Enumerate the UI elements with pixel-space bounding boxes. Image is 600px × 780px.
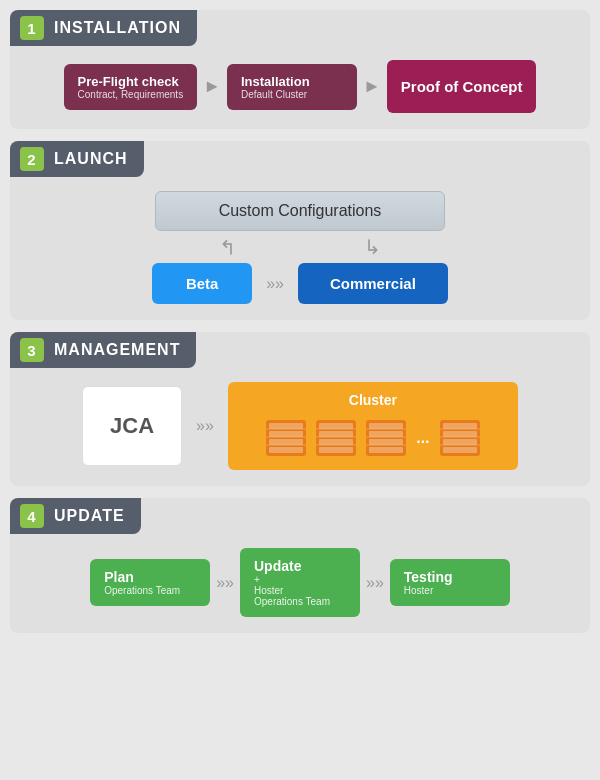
- installation-header: 1 INSTALLATION: [10, 10, 197, 46]
- update-plus: +: [254, 574, 346, 585]
- testing-title: Testing: [404, 569, 496, 585]
- svg-rect-2: [269, 431, 303, 437]
- server-icon-3: [364, 416, 408, 460]
- preflight-sub: Contract, Requirements: [78, 89, 184, 100]
- preflight-box: Pre-Flight check Contract, Requirements: [64, 64, 198, 110]
- beta-label: Beta: [186, 275, 219, 292]
- mgmt-arrow: »»: [196, 417, 214, 435]
- svg-rect-12: [319, 447, 353, 453]
- installation-step-sub: Default Cluster: [241, 89, 343, 100]
- poc-box: Proof of Concept: [387, 60, 537, 113]
- beta-box: Beta: [152, 263, 252, 304]
- poc-title: Proof of Concept: [401, 78, 523, 95]
- update-box: Update + Hoster Operations Team: [240, 548, 360, 617]
- cluster-title: Cluster: [244, 392, 502, 408]
- management-section: 3 MANAGEMENT JCA »» Cluster: [10, 332, 590, 486]
- update-section: 4 UPDATE Plan Operations Team »» Update …: [10, 498, 590, 633]
- update-arrow-1: »»: [216, 574, 234, 592]
- plan-title: Plan: [104, 569, 196, 585]
- update-step-title: Update: [254, 558, 346, 574]
- installation-title: INSTALLATION: [54, 19, 181, 37]
- commercial-label: Commercial: [330, 275, 416, 292]
- update-title: UPDATE: [54, 507, 125, 525]
- update-sub2: Operations Team: [254, 596, 346, 607]
- svg-rect-3: [269, 439, 303, 445]
- svg-rect-20: [369, 447, 403, 453]
- arrow-left-down: ↳: [219, 235, 236, 259]
- arrow-1: ►: [203, 76, 221, 97]
- section-number-3: 3: [20, 338, 44, 362]
- cluster-icons: ...: [244, 416, 502, 460]
- arrow-2: ►: [363, 76, 381, 97]
- management-header: 3 MANAGEMENT: [10, 332, 196, 368]
- installation-box: Installation Default Cluster: [227, 64, 357, 110]
- plan-sub: Operations Team: [104, 585, 196, 596]
- svg-rect-9: [319, 423, 353, 429]
- svg-rect-17: [369, 423, 403, 429]
- cluster-dots: ...: [416, 429, 429, 447]
- installation-step-title: Installation: [241, 74, 343, 89]
- launch-arrows: ↳ ↳: [155, 235, 445, 259]
- management-title: MANAGEMENT: [54, 341, 180, 359]
- preflight-title: Pre-Flight check: [78, 74, 184, 89]
- double-arrow: »»: [266, 275, 284, 293]
- update-arrow-2: »»: [366, 574, 384, 592]
- launch-header: 2 LAUNCH: [10, 141, 144, 177]
- jca-label: JCA: [110, 413, 154, 439]
- server-icon-1: [264, 416, 308, 460]
- update-header: 4 UPDATE: [10, 498, 141, 534]
- cluster-box: Cluster: [228, 382, 518, 470]
- svg-rect-19: [369, 439, 403, 445]
- launch-section: 2 LAUNCH Custom Configurations ↳ ↳ Beta …: [10, 141, 590, 320]
- svg-rect-4: [269, 447, 303, 453]
- svg-rect-18: [369, 431, 403, 437]
- testing-box: Testing Hoster: [390, 559, 510, 606]
- section-number-4: 4: [20, 504, 44, 528]
- server-icon-2: [314, 416, 358, 460]
- svg-rect-1: [269, 423, 303, 429]
- config-label: Custom Configurations: [219, 202, 382, 219]
- server-icon-4: [438, 416, 482, 460]
- svg-rect-26: [443, 431, 477, 437]
- update-sub1: Hoster: [254, 585, 346, 596]
- section-number-2: 2: [20, 147, 44, 171]
- commercial-box: Commercial: [298, 263, 448, 304]
- svg-rect-25: [443, 423, 477, 429]
- jca-box: JCA: [82, 386, 182, 466]
- arrow-right-down: ↳: [364, 235, 381, 259]
- installation-section: 1 INSTALLATION Pre-Flight check Contract…: [10, 10, 590, 129]
- svg-rect-10: [319, 431, 353, 437]
- launch-title: LAUNCH: [54, 150, 128, 168]
- section-number-1: 1: [20, 16, 44, 40]
- svg-rect-27: [443, 439, 477, 445]
- testing-sub: Hoster: [404, 585, 496, 596]
- custom-config-box: Custom Configurations: [155, 191, 445, 231]
- svg-rect-28: [443, 447, 477, 453]
- plan-box: Plan Operations Team: [90, 559, 210, 606]
- svg-rect-11: [319, 439, 353, 445]
